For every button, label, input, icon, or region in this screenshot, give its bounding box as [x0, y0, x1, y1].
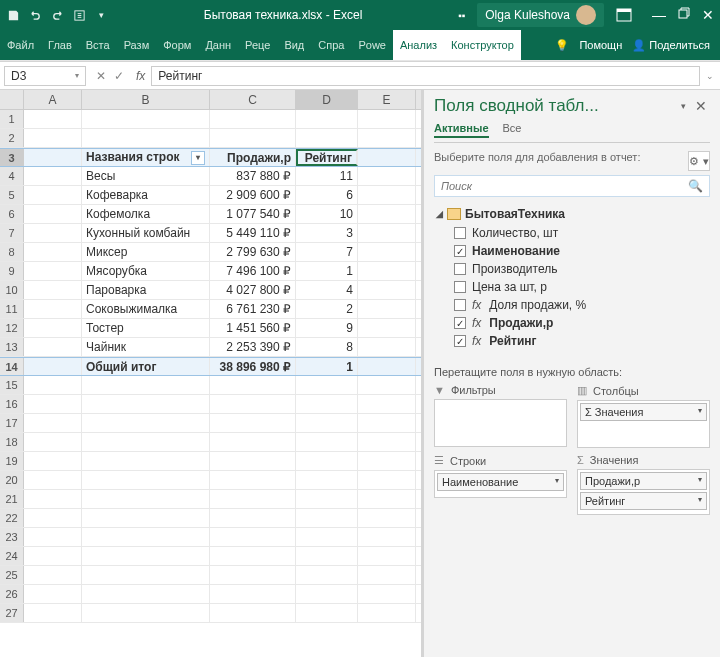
cell[interactable]: 1 451 560 ₽ [210, 319, 296, 337]
table-row[interactable]: 20 [0, 471, 421, 490]
cell[interactable] [82, 414, 210, 432]
cell[interactable]: 1 [296, 262, 358, 280]
tab-data[interactable]: Данн [198, 30, 238, 60]
cell[interactable] [210, 471, 296, 489]
cell[interactable] [24, 300, 82, 318]
cancel-icon[interactable]: ✕ [96, 69, 106, 83]
tab-view[interactable]: Вид [277, 30, 311, 60]
cell[interactable] [358, 167, 416, 185]
table-row[interactable]: 23 [0, 528, 421, 547]
cell[interactable] [358, 110, 416, 128]
row-header[interactable]: 27 [0, 604, 24, 622]
name-box[interactable]: D3 ▾ [4, 66, 86, 86]
cell[interactable] [24, 186, 82, 204]
fx-icon[interactable]: fx [136, 69, 145, 83]
close-icon[interactable]: ✕ [702, 7, 714, 23]
table-row[interactable]: 5 Кофеварка 2 909 600 ₽ 6 [0, 186, 421, 205]
cell[interactable]: Тостер [82, 319, 210, 337]
cell[interactable]: 2 799 630 ₽ [210, 243, 296, 261]
row-filter-icon[interactable]: ▾ [191, 151, 205, 165]
cell[interactable] [358, 129, 416, 147]
row-header[interactable]: 18 [0, 433, 24, 451]
cell[interactable] [358, 452, 416, 470]
enter-icon[interactable]: ✓ [114, 69, 124, 83]
pill-value-rank[interactable]: Рейтинг▾ [580, 492, 707, 510]
tab-help[interactable]: Спра [311, 30, 351, 60]
cell[interactable]: Пароварка [82, 281, 210, 299]
row-header[interactable]: 25 [0, 566, 24, 584]
cell[interactable]: 837 880 ₽ [210, 167, 296, 185]
cell[interactable]: 4 [296, 281, 358, 299]
cell[interactable]: 7 [296, 243, 358, 261]
cell[interactable] [24, 566, 82, 584]
row-header[interactable]: 23 [0, 528, 24, 546]
cell[interactable] [358, 414, 416, 432]
table-row[interactable]: 16 [0, 395, 421, 414]
cell[interactable]: 6 761 230 ₽ [210, 300, 296, 318]
cell[interactable] [24, 167, 82, 185]
table-row[interactable]: 8 Миксер 2 799 630 ₽ 7 [0, 243, 421, 262]
cell[interactable]: Общий итог [82, 358, 210, 375]
table-row[interactable]: 24 [0, 547, 421, 566]
cell[interactable] [210, 395, 296, 413]
cell[interactable] [210, 452, 296, 470]
table-row[interactable]: 10 Пароварка 4 027 800 ₽ 4 [0, 281, 421, 300]
field-search[interactable]: 🔍 [434, 175, 710, 197]
table-row[interactable]: 11 Соковыжималка 6 761 230 ₽ 2 [0, 300, 421, 319]
cell[interactable]: 11 [296, 167, 358, 185]
cell[interactable] [24, 205, 82, 223]
cell[interactable]: Весы [82, 167, 210, 185]
namebox-dropdown-icon[interactable]: ▾ [75, 71, 79, 80]
cell[interactable] [82, 471, 210, 489]
cell[interactable] [296, 110, 358, 128]
cell[interactable] [24, 281, 82, 299]
cell[interactable]: 4 027 800 ₽ [210, 281, 296, 299]
row-header[interactable]: 13 [0, 338, 24, 356]
cell[interactable]: Кофеварка [82, 186, 210, 204]
cell[interactable] [296, 414, 358, 432]
tab-layout[interactable]: Разм [117, 30, 157, 60]
checkbox[interactable] [454, 245, 466, 257]
cell[interactable] [24, 358, 82, 375]
cell[interactable] [24, 433, 82, 451]
row-header[interactable]: 22 [0, 509, 24, 527]
tab-home[interactable]: Глав [41, 30, 79, 60]
cell[interactable] [24, 149, 82, 166]
checkbox[interactable] [454, 317, 466, 329]
cell[interactable] [24, 262, 82, 280]
col-header-e[interactable]: E [358, 90, 416, 109]
select-all-corner[interactable] [0, 90, 24, 109]
zone-values[interactable]: ΣЗначения Продажи,р▾ Рейтинг▾ [577, 454, 710, 515]
formula-input[interactable]: Рейтинг [151, 66, 700, 86]
cell[interactable] [358, 433, 416, 451]
row-header[interactable]: 26 [0, 585, 24, 603]
minimize-icon[interactable]: — [652, 7, 666, 23]
cell[interactable]: Миксер [82, 243, 210, 261]
undo-icon[interactable] [28, 8, 42, 22]
ribbon-min-icon[interactable]: ▪▪ [458, 10, 465, 21]
row-header[interactable]: 24 [0, 547, 24, 565]
row-header[interactable]: 14 [0, 358, 24, 375]
row-header[interactable]: 7 [0, 224, 24, 242]
table-row[interactable]: 3 Названия строк▾ Продажи,р Рейтинг [0, 148, 421, 167]
cell[interactable]: 9 [296, 319, 358, 337]
cell[interactable] [296, 604, 358, 622]
cell[interactable] [24, 585, 82, 603]
cell[interactable]: 38 896 980 ₽ [210, 358, 296, 375]
cell[interactable] [210, 490, 296, 508]
cell[interactable] [24, 509, 82, 527]
cell[interactable] [210, 604, 296, 622]
cell[interactable] [358, 395, 416, 413]
cell[interactable] [24, 490, 82, 508]
cell[interactable]: 2 253 390 ₽ [210, 338, 296, 356]
cell[interactable] [210, 528, 296, 546]
cell[interactable] [210, 566, 296, 584]
cell[interactable] [296, 528, 358, 546]
cell[interactable] [296, 566, 358, 584]
table-row[interactable]: 18 [0, 433, 421, 452]
row-header[interactable]: 1 [0, 110, 24, 128]
cell[interactable] [210, 376, 296, 394]
cell[interactable] [82, 433, 210, 451]
checkbox[interactable] [454, 263, 466, 275]
row-header[interactable]: 10 [0, 281, 24, 299]
